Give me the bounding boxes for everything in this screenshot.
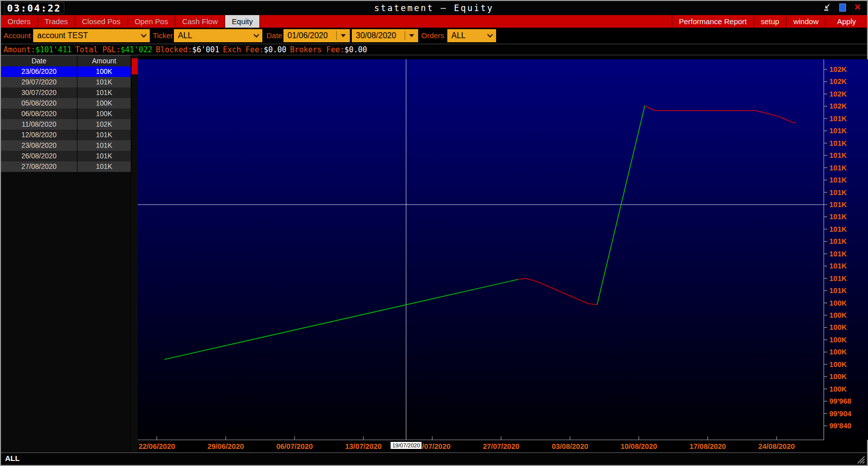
y-axis-label: 101K [829, 127, 847, 135]
cell-date: 12/08/2020 [1, 130, 77, 140]
tab-open-pos[interactable]: Open Pos [128, 15, 176, 28]
status-text: ALL [5, 454, 20, 462]
menu-actions: Performance ReportsetupwindowApply [671, 15, 867, 28]
equity-chart[interactable]: 102K102K102K102K101K101K101K101K101K101K… [138, 55, 868, 452]
resize-grip-icon[interactable] [855, 456, 865, 463]
account-select[interactable]: account TEST [33, 29, 150, 42]
x-axis-label: 24/08/2020 [758, 442, 795, 450]
cell-amount: 100K [77, 109, 131, 119]
ticker-label: Ticker [153, 28, 173, 44]
ticker-select[interactable]: ALL [174, 29, 262, 42]
cell-amount: 101K [77, 151, 131, 161]
scrollbar-thumb[interactable] [132, 58, 138, 74]
chevron-down-icon [253, 32, 259, 37]
cell-date: 11/08/2020 [1, 119, 77, 130]
orders-select[interactable]: ALL [447, 29, 496, 42]
menu-item-performance-report[interactable]: Performance Report [671, 15, 753, 28]
y-axis-label: 100K [829, 385, 847, 393]
date-to-value: 30/08/2020 [356, 31, 401, 40]
y-axis-label: 100K [829, 299, 847, 307]
minimize-icon[interactable] [823, 3, 832, 13]
tab-closed-pos[interactable]: Closed Pos [75, 15, 128, 28]
main-area: Date Amount 23/06/2020100K29/07/2020101K… [1, 55, 867, 452]
table-scrollbar[interactable] [131, 55, 138, 452]
crosshair-date-tooltip: 19/07/2020 [390, 441, 422, 449]
table-row[interactable]: 26/08/2020101K [1, 151, 131, 161]
y-axis-label: 101K [829, 262, 847, 270]
menu-item-setup[interactable]: setup [753, 15, 786, 28]
y-axis-label: 101K [829, 201, 847, 209]
date-from-value: 01/06/2020 [287, 31, 332, 40]
y-axis-label: 99'968 [829, 397, 851, 405]
cell-date: 29/07/2020 [1, 77, 77, 87]
date-from-field[interactable]: 01/06/2020 [283, 29, 350, 42]
cell-amount: 101K [77, 87, 131, 98]
menu-item-window[interactable]: window [786, 15, 825, 28]
close-icon[interactable]: ✕ [853, 3, 862, 13]
cell-date: 23/06/2020 [1, 66, 77, 77]
summary-value: $0.00 [344, 45, 367, 54]
tab-equity[interactable]: Equity [225, 15, 260, 28]
tab-trades[interactable]: Trades [38, 15, 75, 28]
cell-amount: 100K [77, 66, 131, 77]
y-axis-label: 99'904 [829, 410, 851, 418]
table-row[interactable]: 23/06/2020100K [1, 66, 131, 77]
column-header-date[interactable]: Date [1, 56, 77, 66]
y-axis-label: 101K [829, 237, 847, 245]
summary-value: $41'022 [121, 45, 152, 54]
summary-label: Exch Fee: [223, 45, 263, 54]
cell-date: 30/07/2020 [1, 87, 77, 98]
date-to-field[interactable]: 30/08/2020 [352, 29, 418, 42]
y-axis-label: 101K [829, 115, 847, 123]
summary-value: $0.00 [264, 45, 286, 54]
table-row[interactable]: 12/08/2020101K [1, 130, 131, 140]
status-bar: ALL [1, 452, 867, 465]
cell-amount: 101K [77, 161, 131, 172]
y-axis-label: 101K [829, 250, 847, 258]
x-axis-label: 29/06/2020 [208, 442, 244, 450]
y-axis-label: 102K [829, 65, 847, 73]
menu-item-apply[interactable]: Apply [825, 15, 867, 28]
y-axis-label: 101K [829, 213, 847, 221]
chart-background [138, 59, 868, 440]
table-row[interactable]: 29/07/2020101K [1, 77, 131, 87]
summary-label: Blocked: [156, 45, 192, 54]
table-row[interactable]: 06/08/2020100K [1, 109, 131, 119]
cell-date: 27/08/2020 [1, 161, 77, 172]
table-row[interactable]: 11/08/2020102K [1, 119, 131, 130]
menu-tabs: OrdersTradesClosed PosOpen PosCash FlowE… [1, 15, 671, 28]
summary-label: Brokers Fee: [290, 45, 344, 54]
maximize-icon[interactable] [838, 3, 847, 13]
summary-value: $6'001 [192, 45, 219, 54]
x-axis-label: 27/07/2020 [483, 442, 520, 450]
cell-amount: 101K [77, 130, 131, 140]
table-row[interactable]: 27/08/2020101K [1, 161, 131, 172]
app-window: 03:04:22 statement – Equity ✕ OrdersTrad… [0, 0, 868, 466]
table-row[interactable]: 05/08/2020100K [1, 98, 131, 109]
x-axis-label: 03/08/2020 [552, 442, 589, 450]
y-axis-label: 101K [829, 164, 847, 172]
dropdown-arrow-icon [341, 34, 346, 37]
y-axis-label: 101K [829, 176, 847, 184]
x-axis-label: 06/07/2020 [276, 442, 313, 450]
divider [336, 31, 337, 40]
column-header-amount[interactable]: Amount [77, 56, 131, 66]
dropdown-arrow-icon [409, 34, 414, 37]
tab-cash-flow[interactable]: Cash Flow [175, 15, 225, 28]
account-label: Account [4, 28, 31, 44]
account-value: account TEST [37, 31, 139, 40]
cell-date: 05/08/2020 [1, 98, 77, 109]
y-axis-label: 102K [829, 102, 847, 110]
tab-orders[interactable]: Orders [1, 15, 38, 28]
y-axis-label: 100K [829, 323, 847, 331]
summary-value: $101'411 [35, 45, 71, 54]
ticker-value: ALL [178, 31, 251, 40]
cell-amount: 101K [77, 77, 131, 87]
orders-value: ALL [451, 31, 485, 40]
table-row[interactable]: 23/08/2020101K [1, 140, 131, 151]
table-row[interactable]: 30/07/2020101K [1, 87, 131, 98]
table-header[interactable]: Date Amount [1, 55, 131, 66]
summary-label: Amount: [4, 45, 35, 54]
y-axis-label: 102K [829, 77, 847, 85]
y-axis-label: 100K [829, 348, 847, 356]
